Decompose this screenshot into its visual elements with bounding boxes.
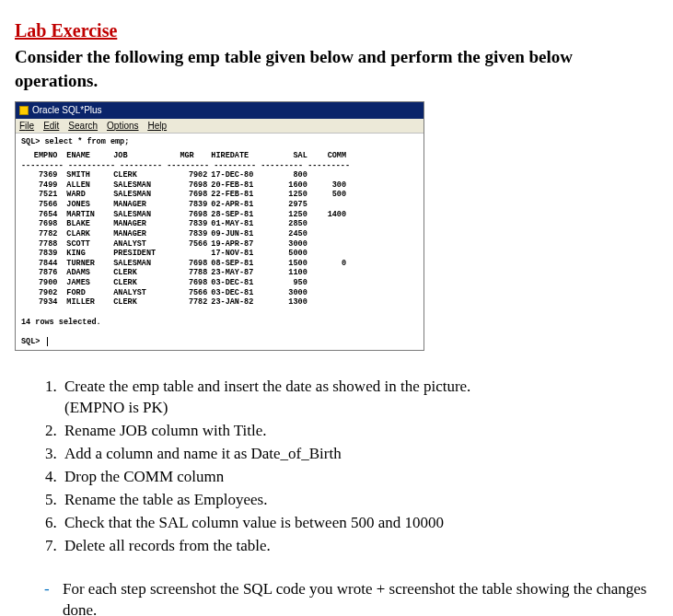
task-2: Rename JOB column with Title. — [61, 421, 658, 442]
task-4: Drop the COMM column — [61, 467, 658, 488]
sqlplus-window: Oracle SQL*Plus File Edit Search Options… — [15, 101, 424, 351]
menu-options[interactable]: Options — [107, 120, 138, 133]
col-mgr: MGR — [180, 151, 211, 161]
table-row: 7369SMITHCLERK790217-DEC-80800 — [21, 170, 355, 180]
col-ename: ENAME — [66, 151, 113, 161]
table-row: 7788SCOTTANALYST756619-APR-873000 — [21, 239, 355, 250]
table-row: 7902FORDANALYST756603-DEC-813000 — [21, 288, 355, 298]
col-empno: EMPNO — [21, 151, 66, 161]
table-row: 7876ADAMSCLERK778823-MAY-871100 — [21, 268, 355, 278]
sql-prompt[interactable]: SQL> — [21, 337, 48, 346]
note-1: For each step screenshot the SQL code yo… — [41, 579, 658, 616]
table-header-row: EMPNO ENAME JOB MGR HIREDATE SAL COMM — [21, 151, 355, 161]
task-1: Create the emp table and insert the date… — [61, 377, 658, 419]
task-5: Rename the table as Employees. — [61, 490, 658, 511]
header-separator: --------- ---------- --------- ---------… — [21, 161, 355, 171]
table-row: 7566JONESMANAGER783902-APR-812975 — [21, 200, 355, 210]
window-title: Oracle SQL*Plus — [32, 104, 102, 117]
col-comm: COMM — [317, 151, 355, 161]
table-row: 7782CLARKMANAGER783909-JUN-812450 — [21, 229, 355, 239]
app-icon — [19, 106, 29, 115]
intro-text: Consider the following emp table given b… — [15, 45, 658, 92]
task-list: Create the emp table and insert the date… — [15, 377, 658, 557]
col-hiredate: HIREDATE — [211, 151, 277, 161]
task-7: Delete all records from the table. — [61, 536, 658, 557]
task-3: Add a column and name it as Date_of_Birt… — [61, 444, 658, 465]
col-sal: SAL — [278, 151, 317, 161]
sql-query-line: SQL> select * from emp; — [21, 137, 129, 146]
rows-selected: 14 rows selected. — [21, 318, 101, 327]
table-row: 7934MILLERCLERK778223-JAN-821300 — [21, 297, 355, 308]
table-row: 7521WARDSALESMAN769822-FEB-811250500 — [21, 190, 355, 200]
window-titlebar: Oracle SQL*Plus — [16, 102, 424, 119]
cursor-icon — [47, 337, 48, 346]
table-row: 7499ALLENSALESMAN769820-FEB-811600300 — [21, 180, 355, 191]
col-job: JOB — [113, 151, 180, 161]
table-row: 7900JAMESCLERK769803-DEC-81950 — [21, 278, 355, 288]
menu-help[interactable]: Help — [148, 120, 168, 133]
terminal-output: SQL> select * from emp; EMPNO ENAME JOB … — [16, 134, 424, 350]
table-row: 7839KINGPRESIDENT17-NOV-815000 — [21, 249, 355, 259]
emp-table: EMPNO ENAME JOB MGR HIREDATE SAL COMM --… — [21, 151, 418, 308]
table-row: 7844TURNERSALESMAN769808-SEP-8115000 — [21, 259, 355, 269]
lab-exercise-title: Lab Exercise — [15, 18, 658, 43]
menu-file[interactable]: File — [19, 120, 34, 133]
menu-search[interactable]: Search — [68, 120, 98, 133]
menubar: File Edit Search Options Help — [16, 119, 424, 134]
task-6: Check that the SAL column value is betwe… — [61, 513, 658, 534]
notes-list: For each step screenshot the SQL code yo… — [15, 579, 658, 616]
table-row: 7698BLAKEMANAGER783901-MAY-812850 — [21, 219, 355, 229]
menu-edit[interactable]: Edit — [43, 120, 59, 133]
table-row: 7654MARTINSALESMAN769828-SEP-8112501400 — [21, 210, 355, 220]
